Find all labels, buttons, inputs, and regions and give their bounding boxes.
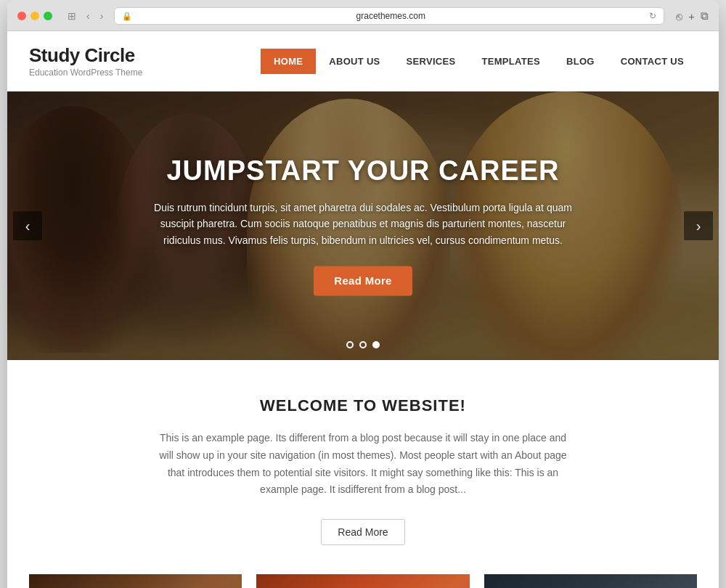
slider-dot-1[interactable] (346, 341, 354, 348)
minimize-button[interactable] (30, 12, 39, 20)
slider-prev-button[interactable]: ‹ (13, 211, 42, 240)
welcome-read-more-button[interactable]: Read More (321, 519, 404, 545)
address-bar-container: 🔒 ↻ (114, 7, 664, 25)
card-1-people (29, 574, 242, 588)
welcome-title: WELCOME TO WEBSITE! (29, 396, 697, 415)
site-header: Study Circle Education WordPress Theme H… (7, 31, 719, 91)
site-logo: Study Circle Education WordPress Theme (29, 44, 142, 78)
nav-item-contact[interactable]: CONTACT US (608, 49, 697, 74)
slider-dot-3[interactable] (372, 341, 380, 348)
card-thumbnail-1[interactable] (29, 574, 242, 588)
back-button[interactable]: ‹ (83, 9, 94, 23)
nav-item-about[interactable]: ABOUT US (316, 49, 393, 74)
card-thumbnail-3[interactable] (484, 574, 697, 588)
slider-dot-2[interactable] (359, 341, 367, 348)
lock-icon: 🔒 (122, 12, 132, 21)
address-input[interactable] (136, 11, 645, 21)
slider-dots (346, 341, 380, 348)
hero-slider: JUMPSTART YOUR CAREER Duis rutrum tincid… (7, 91, 719, 360)
tabs-button[interactable]: ⧉ (701, 9, 709, 23)
window-icon-button[interactable]: ⊞ (64, 9, 80, 23)
website-content: Study Circle Education WordPress Theme H… (7, 31, 719, 588)
nav-item-templates[interactable]: TEMPLATES (469, 49, 553, 74)
refresh-icon[interactable]: ↻ (649, 11, 656, 21)
site-tagline: Education WordPress Theme (29, 68, 142, 78)
card-3-people (484, 574, 697, 588)
share-button[interactable]: ⎋ (676, 10, 682, 23)
browser-window: ⊞ ‹ › 🔒 ↻ ⎋ + ⧉ Study Circle Education W… (7, 0, 719, 588)
hero-content: JUMPSTART YOUR CAREER Duis rutrum tincid… (145, 155, 581, 295)
welcome-description: This is an example page. Its different f… (152, 430, 574, 499)
welcome-section: WELCOME TO WEBSITE! This is an example p… (7, 360, 719, 574)
traffic-lights (17, 12, 52, 20)
close-button[interactable] (17, 12, 26, 20)
forward-button[interactable]: › (97, 9, 107, 23)
card-2-people (256, 574, 469, 588)
site-title: Study Circle (29, 44, 142, 67)
card-thumbnail-2[interactable] (256, 574, 469, 588)
browser-controls: ⊞ ‹ › (64, 9, 107, 23)
maximize-button[interactable] (44, 12, 52, 20)
nav-item-home[interactable]: HOME (261, 49, 316, 74)
hero-title: JUMPSTART YOUR CAREER (145, 155, 581, 187)
cards-row (29, 574, 697, 588)
nav-item-services[interactable]: SERVICES (393, 49, 469, 74)
hero-read-more-button[interactable]: Read More (314, 266, 412, 296)
site-nav: HOME ABOUT US SERVICES TEMPLATES BLOG CO… (261, 49, 697, 74)
nav-item-blog[interactable]: BLOG (553, 49, 608, 74)
slider-next-button[interactable]: › (684, 211, 713, 240)
browser-chrome: ⊞ ‹ › 🔒 ↻ ⎋ + ⧉ (7, 0, 719, 31)
hero-description: Duis rutrum tincidunt turpis, sit amet p… (145, 200, 581, 248)
browser-actions: ⎋ + ⧉ (676, 9, 709, 23)
new-tab-button[interactable]: + (688, 10, 695, 23)
